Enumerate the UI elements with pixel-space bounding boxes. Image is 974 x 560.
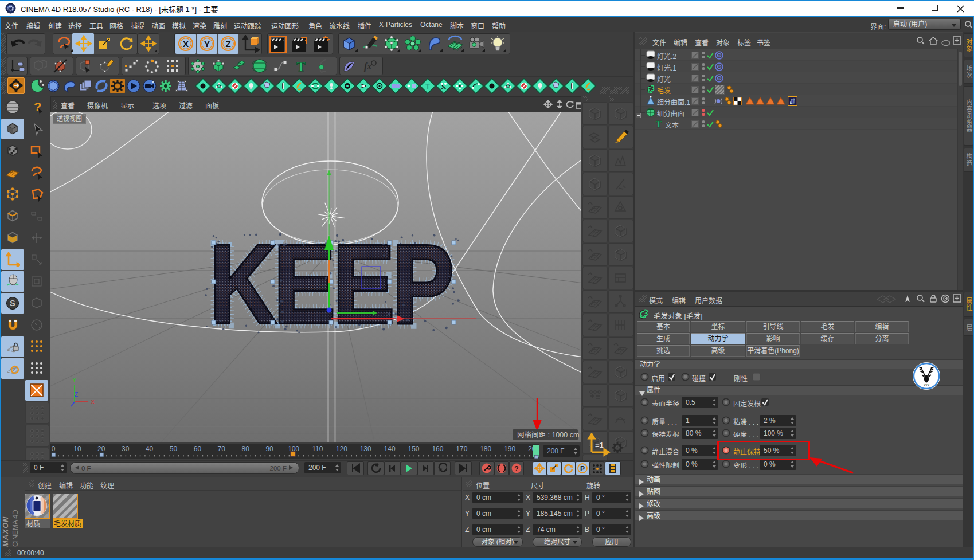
svg-text:30: 30 bbox=[122, 445, 130, 453]
svg-text:150: 150 bbox=[408, 445, 419, 453]
svg-text:60: 60 bbox=[194, 445, 202, 453]
svg-text:T: T bbox=[296, 59, 306, 73]
svg-text:90: 90 bbox=[265, 445, 273, 453]
svg-text:50: 50 bbox=[170, 445, 178, 453]
svg-text:X: X bbox=[183, 39, 189, 49]
svg-text:0: 0 bbox=[52, 445, 56, 453]
svg-text:20: 20 bbox=[97, 445, 105, 453]
svg-text:网格间距 : 1000 cm: 网格间距 : 1000 cm bbox=[517, 430, 579, 439]
svg-text:?: ? bbox=[514, 465, 518, 473]
svg-text:Z: Z bbox=[75, 391, 78, 398]
svg-text:110: 110 bbox=[312, 445, 323, 453]
svg-text:190: 190 bbox=[504, 445, 515, 453]
svg-text:10: 10 bbox=[73, 445, 81, 453]
svg-text:130: 130 bbox=[360, 445, 371, 453]
svg-text:P: P bbox=[580, 465, 585, 473]
svg-text:XXX: XXX bbox=[924, 383, 930, 387]
svg-text:160: 160 bbox=[432, 445, 443, 453]
svg-text:140: 140 bbox=[384, 445, 396, 453]
svg-text:T: T bbox=[425, 82, 430, 91]
svg-text:Y: Y bbox=[204, 39, 210, 49]
svg-text:180: 180 bbox=[480, 445, 491, 453]
svg-text:70: 70 bbox=[218, 445, 226, 453]
svg-text:X: X bbox=[91, 398, 95, 405]
svg-text:Y: Y bbox=[72, 377, 77, 383]
svg-text:T: T bbox=[656, 119, 662, 129]
svg-text:170: 170 bbox=[456, 445, 467, 453]
svg-text:80: 80 bbox=[242, 445, 250, 453]
svg-text:40: 40 bbox=[146, 445, 154, 453]
svg-text:S: S bbox=[10, 299, 15, 308]
svg-text:120: 120 bbox=[336, 445, 347, 453]
svg-text:Z: Z bbox=[225, 39, 230, 49]
svg-text:fx: fx bbox=[364, 61, 371, 72]
svg-text:=1: =1 bbox=[595, 441, 604, 449]
